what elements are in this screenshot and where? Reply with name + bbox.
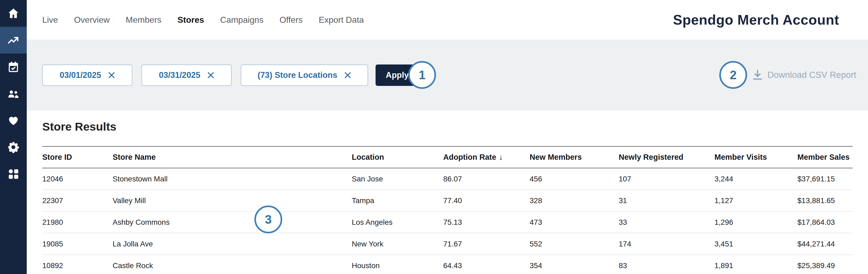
filter-chip-start-date[interactable]: 03/01/2025 — [42, 64, 132, 86]
cell-adoption-rate: 64.43 — [443, 255, 530, 274]
cell-member-visits: 3,244 — [714, 168, 797, 190]
cell-newly-registered: 33 — [619, 211, 714, 233]
column-header-store-name[interactable]: Store Name — [113, 146, 352, 168]
download-icon — [751, 69, 764, 81]
column-header-adoption-rate[interactable]: Adoption Rate↓ — [443, 146, 530, 168]
filter-chips: 03/01/2025 03/31/2025 (73) Store Locatio… — [42, 64, 368, 86]
content: Live Overview Members Stores Campaigns O… — [27, 0, 868, 274]
app: Live Overview Members Stores Campaigns O… — [0, 0, 868, 274]
sidebar-item-members[interactable] — [0, 80, 27, 107]
download-csv-link[interactable]: Download CSV Report — [751, 69, 856, 81]
home-icon — [7, 7, 20, 20]
column-header-label: Adoption Rate — [443, 153, 496, 161]
table-body: 12046 Stonestown Mall San Jose 86.07 456… — [42, 168, 853, 274]
annotation-step-1: 1 — [408, 61, 436, 89]
cell-location: Los Angeles — [352, 211, 443, 233]
cell-adoption-rate: 71.67 — [443, 233, 530, 255]
heart-icon — [7, 114, 20, 127]
nav-tab-campaigns[interactable]: Campaigns — [220, 15, 264, 25]
sidebar — [0, 0, 27, 274]
calendar-check-icon — [7, 61, 20, 73]
cell-location: Houston — [352, 255, 443, 274]
cell-store-id: 19085 — [42, 233, 113, 255]
nav-tab-offers[interactable]: Offers — [280, 15, 303, 25]
sidebar-item-analytics[interactable] — [0, 27, 27, 54]
column-header-new-members[interactable]: New Members — [530, 146, 619, 168]
section-title: Store Results — [42, 120, 853, 133]
nav-tab-members[interactable]: Members — [126, 15, 161, 25]
column-header-store-id[interactable]: Store ID — [42, 146, 113, 168]
cell-member-sales: $17,864.03 — [797, 211, 853, 233]
cell-store-id: 12046 — [42, 168, 113, 190]
column-header-location[interactable]: Location — [352, 146, 443, 168]
cell-member-sales: $13,881.65 — [797, 190, 853, 211]
filter-chip-label: 03/01/2025 — [60, 70, 101, 80]
cell-member-visits: 1,127 — [714, 190, 797, 211]
close-icon[interactable] — [344, 72, 351, 79]
apps-icon — [7, 168, 20, 180]
cell-newly-registered: 31 — [619, 190, 714, 211]
cell-member-visits: 1,296 — [714, 211, 797, 233]
cell-member-visits: 1,891 — [714, 255, 797, 274]
filter-chip-label: 03/31/2025 — [159, 70, 200, 80]
table-row: 22307 Valley Mill Tampa 77.40 328 31 1,1… — [42, 190, 853, 211]
table-row: 19085 La Jolla Ave New York 71.67 552 17… — [42, 233, 853, 255]
cell-new-members: 354 — [530, 255, 619, 274]
filter-bar: 03/01/2025 03/31/2025 (73) Store Locatio… — [27, 40, 868, 111]
cell-store-name: La Jolla Ave — [113, 233, 352, 255]
annotation-step-2: 2 — [719, 61, 747, 89]
filter-chip-label: (73) Store Locations — [257, 70, 337, 80]
nav-tab-export-data[interactable]: Export Data — [318, 15, 364, 25]
cell-new-members: 328 — [530, 190, 619, 211]
table-row: 21980 Ashby Commons Los Angeles 75.13 47… — [42, 211, 853, 233]
cell-location: New York — [352, 233, 443, 255]
cell-location: Tampa — [352, 190, 443, 211]
cell-new-members: 552 — [530, 233, 619, 255]
cell-newly-registered: 107 — [619, 168, 714, 190]
close-icon[interactable] — [108, 72, 115, 79]
sidebar-item-integrations[interactable] — [0, 160, 27, 187]
sidebar-item-favorites[interactable] — [0, 107, 27, 134]
cell-member-visits: 3,451 — [714, 233, 797, 255]
sidebar-item-home[interactable] — [0, 0, 27, 27]
cell-adoption-rate: 75.13 — [443, 211, 530, 233]
cell-store-id: 10892 — [42, 255, 113, 274]
nav-tab-live[interactable]: Live — [42, 15, 58, 25]
filter-chip-end-date[interactable]: 03/31/2025 — [142, 64, 231, 86]
cell-store-name: Stonestown Mall — [113, 168, 352, 190]
cell-location: San Jose — [352, 168, 443, 190]
gear-icon — [7, 141, 20, 153]
store-results-table: Store ID Store Name Location Adoption Ra… — [42, 146, 853, 274]
people-icon — [7, 88, 20, 100]
cell-member-sales: $25,389.49 — [797, 255, 853, 274]
close-icon[interactable] — [207, 72, 214, 79]
download-group: 2 Download CSV Report — [719, 61, 856, 89]
sidebar-item-calendar[interactable] — [0, 54, 27, 80]
cell-new-members: 473 — [530, 211, 619, 233]
table-row: 12046 Stonestown Mall San Jose 86.07 456… — [42, 168, 853, 190]
nav-tab-overview[interactable]: Overview — [74, 15, 110, 25]
column-header-newly-registered[interactable]: Newly Registered — [619, 146, 714, 168]
table-header: Store ID Store Name Location Adoption Ra… — [42, 146, 853, 168]
nav-tab-stores[interactable]: Stores — [177, 15, 204, 25]
filter-chip-store-locations[interactable]: (73) Store Locations — [241, 64, 368, 86]
cell-new-members: 456 — [530, 168, 619, 190]
column-header-member-sales[interactable]: Member Sales — [797, 146, 853, 168]
main-nav: Live Overview Members Stores Campaigns O… — [42, 15, 364, 25]
table-row: 10892 Castle Rock Houston 64.43 354 83 1… — [42, 255, 853, 274]
column-header-member-visits[interactable]: Member Visits — [714, 146, 797, 168]
cell-store-name: Ashby Commons — [113, 211, 352, 233]
analytics-icon — [7, 34, 20, 46]
cell-member-sales: $44,271.44 — [797, 233, 853, 255]
cell-store-id: 21980 — [42, 211, 113, 233]
annotation-step-3: 3 — [254, 206, 282, 233]
sidebar-item-settings[interactable] — [0, 134, 27, 160]
table-header-row: Store ID Store Name Location Adoption Ra… — [42, 146, 853, 168]
cell-store-id: 22307 — [42, 190, 113, 211]
sort-desc-icon: ↓ — [499, 153, 503, 161]
cell-store-name: Valley Mill — [113, 190, 352, 211]
main-panel: Store Results Store ID Store Name Locati… — [27, 111, 868, 274]
cell-adoption-rate: 77.40 — [443, 190, 530, 211]
cell-newly-registered: 83 — [619, 255, 714, 274]
download-csv-label: Download CSV Report — [768, 70, 856, 80]
